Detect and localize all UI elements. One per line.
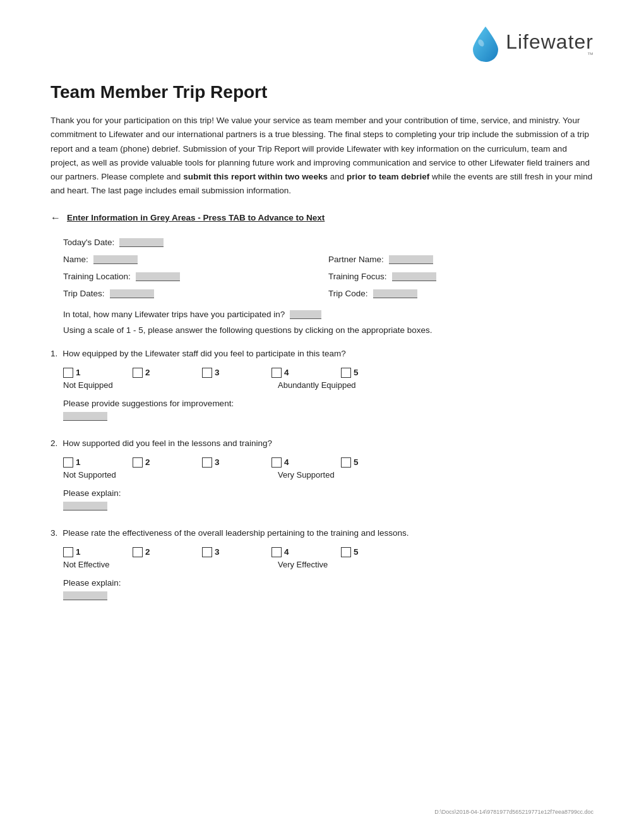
date-label: Today's Date: <box>63 238 114 247</box>
q3-checkbox-4[interactable] <box>271 547 282 557</box>
trip-code-input[interactable] <box>373 289 417 298</box>
q2-follow-up-label: Please explain: <box>63 488 593 498</box>
training-location-field: Training Location: <box>63 272 328 281</box>
q2-option-2[interactable]: 2 <box>133 457 202 468</box>
q1-checkbox-5[interactable] <box>341 368 351 378</box>
training-focus-input[interactable] <box>392 272 436 281</box>
q1-label-3: 3 <box>215 368 220 377</box>
trip-dates-label: Trip Dates: <box>63 289 105 298</box>
footer-path: D:\Docs\2018-04-14\9781977d565219771e12f… <box>434 809 593 815</box>
intro-paragraph: Thank you for your participation on this… <box>51 114 593 198</box>
partner-name-input[interactable] <box>389 255 433 264</box>
name-input[interactable] <box>93 255 138 264</box>
total-trips-input[interactable] <box>290 310 321 319</box>
question-3-number: 3. <box>51 528 57 538</box>
q1-option-3[interactable]: 3 <box>202 368 271 378</box>
logo-area: Lifewater ™ <box>51 25 593 63</box>
name-row: Name: Partner Name: <box>63 255 593 264</box>
q1-follow-up-label: Please provide suggestions for improveme… <box>63 399 593 408</box>
q3-label-5: 5 <box>354 547 359 557</box>
q2-checkbox-3[interactable] <box>202 457 212 468</box>
logo-tm: ™ <box>506 51 593 58</box>
name-label: Name: <box>63 255 88 264</box>
q3-follow-up-label: Please explain: <box>63 578 593 588</box>
trip-code-field: Trip Code: <box>328 289 593 298</box>
training-location-input[interactable] <box>136 272 180 281</box>
q2-label-very-supported: Very Supported <box>278 470 335 480</box>
question-2-text: How supported did you feel in the lesson… <box>63 438 272 448</box>
q2-checkbox-5[interactable] <box>341 457 351 468</box>
question-3-text: Please rate the effectiveness of the ove… <box>63 528 408 538</box>
trip-code-label: Trip Code: <box>328 289 368 298</box>
q1-label-2: 2 <box>145 368 150 377</box>
q1-option-4[interactable]: 4 <box>271 368 341 378</box>
training-focus-field: Training Focus: <box>328 272 593 281</box>
q2-label-4: 4 <box>284 457 289 467</box>
q3-option-5[interactable]: 5 <box>341 547 410 557</box>
question-1-section: 1. How equipped by the Lifewater staff d… <box>51 349 593 421</box>
q1-option-2[interactable]: 2 <box>133 368 202 378</box>
q1-checkbox-2[interactable] <box>133 368 143 378</box>
question-3-checkboxes: 1 2 3 4 5 <box>63 547 593 557</box>
q1-label-1: 1 <box>76 368 81 377</box>
scale-instruction: Using a scale of 1 - 5, please answer th… <box>63 325 593 335</box>
question-1-number: 1. <box>51 349 57 358</box>
training-location-label: Training Location: <box>63 272 131 281</box>
trip-dates-input[interactable] <box>110 289 154 298</box>
page-title: Team Member Trip Report <box>51 82 593 102</box>
q3-checkbox-5[interactable] <box>341 547 351 557</box>
q1-checkbox-3[interactable] <box>202 368 212 378</box>
q1-label-not-equipped: Not Equipped <box>63 380 202 390</box>
q1-label-4: 4 <box>284 368 289 377</box>
q2-checkbox-2[interactable] <box>133 457 143 468</box>
instruction-row: ← Enter Information in Grey Areas - Pres… <box>51 212 593 224</box>
logo-text: Lifewater <box>506 30 593 54</box>
partner-name-field: Partner Name: <box>328 255 593 264</box>
q2-label-2: 2 <box>145 457 150 467</box>
q1-follow-up-input[interactable] <box>63 412 107 421</box>
q3-option-4[interactable]: 4 <box>271 547 341 557</box>
question-1: 1. How equipped by the Lifewater staff d… <box>51 349 593 358</box>
q3-option-3[interactable]: 3 <box>202 547 271 557</box>
question-3-section: 3. Please rate the effectiveness of the … <box>51 528 593 600</box>
q1-checkbox-1[interactable] <box>63 368 73 378</box>
total-trips-label: In total, how many Lifewater trips have … <box>63 310 285 319</box>
q2-follow-up-input[interactable] <box>63 502 107 511</box>
q2-option-3[interactable]: 3 <box>202 457 271 468</box>
q3-checkbox-3[interactable] <box>202 547 212 557</box>
q3-label-very-effective: Very Effective <box>278 560 328 569</box>
q3-label-2: 2 <box>145 547 150 557</box>
question-3: 3. Please rate the effectiveness of the … <box>51 528 593 538</box>
q3-label-not-effective: Not Effective <box>63 560 202 569</box>
q2-checkbox-1[interactable] <box>63 457 73 468</box>
q2-label-1: 1 <box>76 457 81 467</box>
question-1-checkboxes: 1 2 3 4 5 <box>63 368 593 378</box>
q1-checkbox-4[interactable] <box>271 368 282 378</box>
form-fields: Today's Date: Name: Partner Name: Traini… <box>63 238 593 298</box>
question-2-checkboxes: 1 2 3 4 5 <box>63 457 593 468</box>
q3-follow-up-input[interactable] <box>63 591 107 600</box>
q3-checkbox-2[interactable] <box>133 547 143 557</box>
q2-option-4[interactable]: 4 <box>271 457 341 468</box>
q1-option-5[interactable]: 5 <box>341 368 410 378</box>
training-focus-label: Training Focus: <box>328 272 387 281</box>
q3-label-4: 4 <box>284 547 289 557</box>
q3-option-1[interactable]: 1 <box>63 547 133 557</box>
q2-label-5: 5 <box>354 457 359 467</box>
q2-label-3: 3 <box>215 457 220 467</box>
q2-option-1[interactable]: 1 <box>63 457 133 468</box>
logo-container: Lifewater ™ <box>470 25 593 63</box>
q2-checkbox-4[interactable] <box>271 457 282 468</box>
date-input[interactable] <box>119 238 164 247</box>
training-row: Training Location: Training Focus: <box>63 272 593 281</box>
q1-label-5: 5 <box>354 368 359 377</box>
q3-checkbox-1[interactable] <box>63 547 73 557</box>
partner-name-label: Partner Name: <box>328 255 384 264</box>
q2-option-5[interactable]: 5 <box>341 457 410 468</box>
q3-option-2[interactable]: 2 <box>133 547 202 557</box>
date-row: Today's Date: <box>63 238 593 247</box>
question-1-text: How equipped by the Lifewater staff did … <box>63 349 346 358</box>
question-2: 2. How supported did you feel in the les… <box>51 438 593 448</box>
arrow-icon: ← <box>51 212 61 224</box>
q1-option-1[interactable]: 1 <box>63 368 133 378</box>
